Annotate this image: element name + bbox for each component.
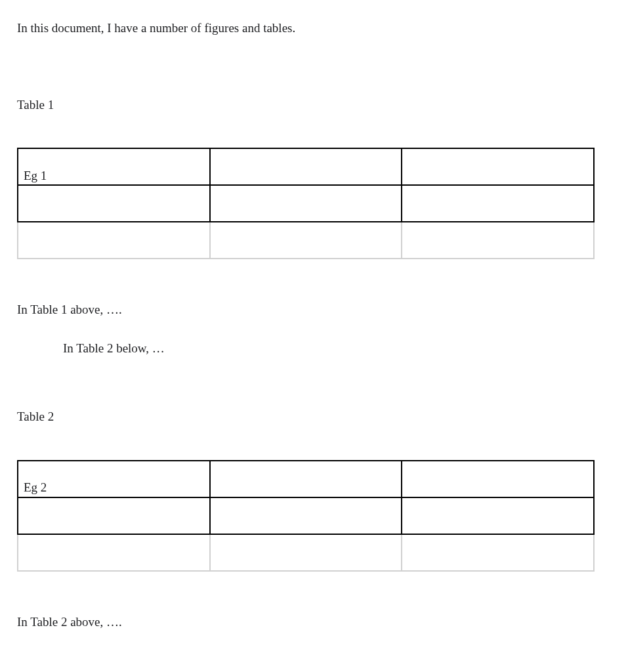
table-cell — [210, 185, 402, 222]
table-cell — [402, 148, 594, 185]
table-row — [18, 185, 594, 222]
paragraph-table1-above: In Table 1 above, …. — [17, 301, 611, 319]
table-1: Eg 1 — [17, 148, 595, 259]
table-cell — [402, 497, 594, 534]
table-row — [18, 534, 594, 571]
intro-paragraph: In this document, I have a number of fig… — [17, 20, 611, 37]
table-row: Eg 1 — [18, 148, 594, 185]
table-row — [18, 497, 594, 534]
table-cell — [210, 148, 402, 185]
table-cell — [210, 497, 402, 534]
table-1-caption: Table 1 — [17, 96, 611, 114]
table-cell — [18, 534, 210, 571]
paragraph-table2-above: In Table 2 above, …. — [17, 614, 611, 631]
table-cell — [18, 497, 210, 534]
table-cell — [402, 222, 594, 259]
table-cell — [18, 185, 210, 222]
paragraph-table2-below: In Table 2 below, … — [63, 340, 611, 358]
table-row: Eg 2 — [18, 461, 594, 497]
table-cell: Eg 2 — [18, 461, 210, 497]
table-cell — [402, 185, 594, 222]
table-cell — [402, 461, 594, 497]
table-row — [18, 222, 594, 259]
table-2: Eg 2 — [17, 460, 595, 572]
table-cell: Eg 1 — [18, 148, 210, 185]
table-cell — [210, 222, 402, 259]
table-cell — [210, 534, 402, 571]
table-cell — [210, 461, 402, 497]
table-cell — [18, 222, 210, 259]
table-2-caption: Table 2 — [17, 408, 611, 426]
table-cell — [402, 534, 594, 571]
